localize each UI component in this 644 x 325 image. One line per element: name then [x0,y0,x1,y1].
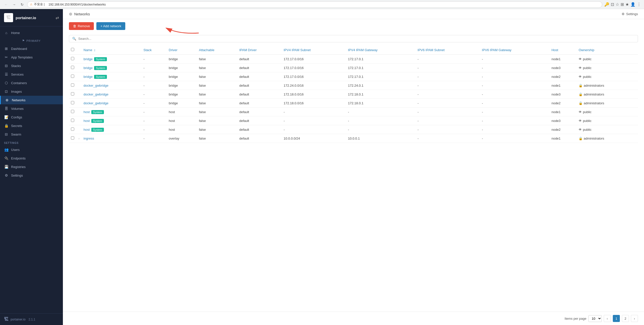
ownership-cell: 🔒 administrators [577,90,638,99]
col-ownership[interactable]: Ownership [577,45,638,55]
profile-icon[interactable]: 👤 [630,2,635,7]
host-cell: node1 [549,81,577,90]
extension-icon[interactable]: ⊞ [621,2,624,7]
sidebar-item-images[interactable]: ⊡ Images [0,87,63,96]
col-host[interactable]: Host [549,45,577,55]
sidebar-item-settings[interactable]: ⚙ Settings [0,171,63,180]
forward-button[interactable]: → [11,2,17,8]
col-ipv6-gateway[interactable]: IPV6 IPAM Gateway [480,45,550,55]
col-driver[interactable]: Driver [167,45,197,55]
system-badge: System [91,110,104,114]
network-name-link[interactable]: bridge [84,75,93,79]
public-eye-icon: 👁 [579,75,582,79]
ipv6-subnet-cell: - [416,99,480,108]
ipv6-subnet-cell: - [416,134,480,143]
row-checkbox[interactable] [71,110,74,113]
ipv6-subnet-cell: - [416,116,480,125]
sidebar-item-networks[interactable]: ⊛ Networks [0,96,63,104]
row-checkbox[interactable] [71,57,74,60]
ipam-driver-cell: default [237,55,281,63]
search-input[interactable] [78,37,635,41]
row-checkbox[interactable] [71,92,74,95]
ipam-driver-cell: default [237,134,281,143]
col-ipam-driver[interactable]: IPAM Driver [237,45,281,55]
dashboard-icon: ⊞ [4,47,9,51]
sidebar-item-secrets[interactable]: 🔒 Secrets [0,121,63,130]
col-ipv6-subnet[interactable]: IPV6 IPAM Subnet [416,45,480,55]
sidebar-item-configs[interactable]: 📝 Configs [0,113,63,121]
network-name-link[interactable]: host [84,128,90,132]
network-name-link[interactable]: bridge [84,66,93,70]
ipv6-subnet-cell: - [416,125,480,134]
col-name[interactable]: Name ↕ [82,45,141,55]
attachable-cell: false [197,63,237,72]
browser-right-icons: 🔑 ⊡ ☆ ⊞ ★ 👤 ⋮ [604,2,641,7]
ipv6-gateway-cell: - [480,134,550,143]
system-badge: System [94,66,107,70]
reload-button[interactable]: ↻ [19,2,25,8]
network-name-link[interactable]: docker_gwbridge [84,84,108,87]
system-badge: System [94,75,107,79]
host-cell: node3 [549,116,577,125]
sidebar-item-volumes[interactable]: 🗄 Volumes [0,104,63,113]
sidebar-item-containers[interactable]: ⬡ Containers [0,79,63,87]
next-page-button[interactable]: › [631,315,638,322]
transfer-icon[interactable]: ⇄ [56,15,59,20]
network-name-link[interactable]: host [84,119,90,123]
network-name-link[interactable]: host [84,110,90,114]
col-ipv4-gateway[interactable]: IPV4 IPAM Gateway [346,45,416,55]
key-icon[interactable]: 🔑 [604,2,609,7]
sidebar-item-stacks[interactable]: ⊟ Stacks [0,61,63,70]
translate-icon[interactable]: ⊡ [611,2,614,7]
page-2-button[interactable]: 2 [622,315,629,322]
address-bar[interactable]: ⚠ 不安全 | 192.168.64.153:9000/#!/1/docker/… [27,1,602,8]
puzzle-icon[interactable]: ★ [625,2,629,7]
page-settings-link[interactable]: ⚙ Settings [622,12,638,16]
sidebar-item-dashboard[interactable]: ⊞ Dashboard [0,44,63,53]
sidebar-item-swarm[interactable]: ⊟ Swarm [0,130,63,139]
public-eye-icon: 👁 [579,128,582,132]
row-checkbox[interactable] [71,119,74,122]
col-ipv4-subnet[interactable]: IPV4 IPAM Subnet [281,45,346,55]
network-name-link[interactable]: bridge [84,57,93,61]
sidebar-item-endpoints[interactable]: 🔌 Endpoints [0,154,63,162]
host-cell: node2 [549,125,577,134]
network-name-link[interactable]: docker_gwbridge [84,92,108,96]
host-cell: node1 [549,108,577,116]
remove-button[interactable]: 🗑 Remove [69,22,94,30]
row-checkbox[interactable] [71,136,74,140]
admin-icon: 🔒 [579,137,583,140]
sidebar-item-home[interactable]: ⌂ Home [0,28,63,37]
back-button[interactable]: ← [3,2,9,8]
stack-cell: - [141,72,167,81]
toolbar: 🗑 Remove + Add network [63,19,644,33]
sidebar-item-settings-label: Settings [11,174,23,177]
star-icon[interactable]: ☆ [616,2,619,7]
footer-version: 2.1.1 [28,318,35,321]
page-1-button[interactable]: 1 [613,315,620,322]
sidebar-item-registries[interactable]: 💾 Registries [0,162,63,171]
expand-button[interactable]: › [78,137,79,140]
sidebar-item-services[interactable]: ☰ Services [0,70,63,79]
row-checkbox[interactable] [71,66,74,69]
ipv4-subnet-cell: 10.0.0.0/24 [281,134,346,143]
attachable-cell: false [197,116,237,125]
sidebar-item-users[interactable]: 👥 Users [0,145,63,154]
select-all-checkbox[interactable] [71,48,74,51]
menu-icon[interactable]: ⋮ [637,2,641,7]
network-name-link[interactable]: ingress [84,137,94,140]
items-per-page-select[interactable]: 10 20 50 [588,315,602,322]
prev-page-button[interactable]: ‹ [604,315,611,322]
ownership-cell: 👁 public [577,63,638,72]
row-checkbox[interactable] [71,127,74,131]
row-checkbox[interactable] [71,75,74,78]
add-network-button[interactable]: + Add network [96,22,125,30]
col-attachable[interactable]: Attachable [197,45,237,55]
col-stack[interactable]: Stack [141,45,167,55]
row-checkbox[interactable] [71,83,74,87]
services-icon: ☰ [4,72,9,76]
ipv6-gateway-cell: - [480,125,550,134]
sidebar-item-app-templates[interactable]: ✂ App Templates [0,53,63,61]
row-checkbox[interactable] [71,101,74,104]
network-name-link[interactable]: docker_gwbridge [84,101,108,105]
